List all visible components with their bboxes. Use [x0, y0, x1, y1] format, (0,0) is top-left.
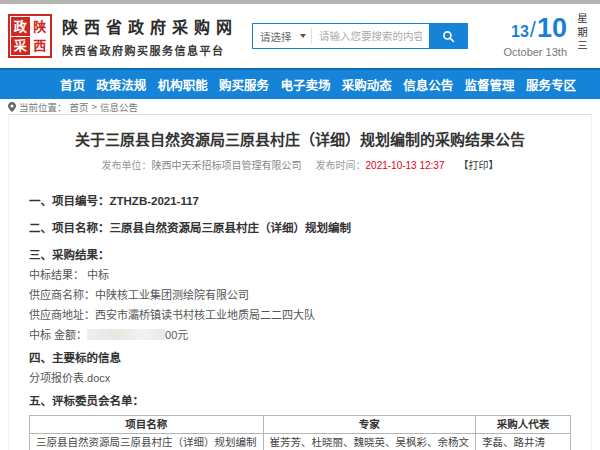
- site-titles: 陕西省政府采购网 陕西省政府购买服务信息平台: [62, 14, 238, 58]
- date-month: 10: [537, 13, 567, 43]
- nav-item-services[interactable]: 服务专区: [526, 75, 576, 94]
- supplier-name-line: 供应商名称：中陕核工业集团测绘院有限公司: [29, 288, 571, 302]
- cell-project-name: 三原县自然资源局三原县村庄（详细）规划编制: [30, 434, 264, 450]
- date-widget: 13/10 October 13th 星期三: [503, 13, 590, 59]
- date-day: 13: [511, 23, 529, 40]
- site-subtitle: 陕西省政府购买服务信息平台: [62, 42, 238, 58]
- site-header: 政 陕 采 西 陕西省政府采购网 陕西省政府购买服务信息平台 请选择 13/10…: [0, 4, 600, 68]
- committee-table: 项目名称 专家 采购人代表 三原县自然资源局三原县村庄（详细）规划编制 崔芳芳、…: [29, 415, 571, 450]
- chevron-down-icon: [300, 34, 306, 38]
- nav-item-functions[interactable]: 机构职能: [158, 75, 208, 94]
- logo-char: 西: [31, 37, 50, 56]
- section-project-number: 一、项目编号：ZTHZB-2021-117: [29, 194, 571, 208]
- table-header-row: 项目名称 专家 采购人代表: [30, 416, 571, 434]
- table-row: 三原县自然资源局三原县村庄（详细）规划编制 崔芳芳、杜晓丽、魏晓英、吴枫彩、余杨…: [30, 434, 571, 450]
- weekday-label: 星期三: [575, 13, 590, 59]
- breadcrumb-prefix: 当前位置：: [19, 100, 67, 114]
- nav-item-emall[interactable]: 电子卖场: [280, 75, 330, 94]
- publisher-value: 陕西中天禾招标项目管理有限公司: [152, 160, 302, 171]
- search-button[interactable]: [429, 24, 467, 48]
- bid-result-line: 中标结果： 中标: [29, 268, 571, 282]
- col-purchaser-reps: 采购人代表: [476, 416, 571, 434]
- breadcrumb-separator: >: [92, 101, 98, 112]
- breadcrumb-current: 信息公告: [100, 100, 138, 114]
- nav-item-announcements[interactable]: 信息公告: [403, 75, 453, 94]
- site-name: 陕西省政府采购网: [62, 14, 238, 38]
- section-subject-info: 四、主要标的信息: [29, 351, 571, 365]
- nav-item-purchase[interactable]: 购买服务: [219, 75, 269, 94]
- logo-char: 政: [11, 17, 30, 36]
- cell-purchaser-reps: 李磊、路井涛: [476, 434, 571, 450]
- main-navigation: 首页 政策法规 机构职能 购买服务 电子卖场 采购动态 信息公告 监督管理 服务…: [0, 68, 600, 99]
- bid-amount-label: 中标 金额：: [29, 329, 87, 341]
- date-separator: /: [530, 17, 536, 42]
- bid-amount-suffix: 00元: [165, 329, 188, 341]
- search-icon: [442, 30, 455, 43]
- breadcrumb-home-link[interactable]: 首页: [70, 100, 89, 114]
- attachment-link[interactable]: 分项报价表.docx: [29, 371, 571, 385]
- publisher-label: 发布单位：: [102, 160, 152, 171]
- publish-time-value: 2021-10-13 12:37: [366, 160, 445, 171]
- print-button[interactable]: 【打印】: [458, 160, 498, 171]
- date-numeric: 13/10: [503, 15, 567, 45]
- article-card: 关于三原县自然资源局三原县村庄（详细）规划编制的采购结果公告 发布单位：陕西中天…: [8, 114, 592, 450]
- publish-time-label: 发布时间：: [316, 160, 366, 171]
- site-logo: 政 陕 采 西: [8, 14, 52, 58]
- col-experts: 专家: [263, 416, 476, 434]
- bid-amount-line: 中标 金额：00元: [29, 328, 571, 342]
- nav-item-supervision[interactable]: 监督管理: [465, 75, 515, 94]
- nav-item-home[interactable]: 首页: [60, 75, 85, 94]
- col-project-name: 项目名称: [30, 416, 264, 434]
- breadcrumb: 当前位置： 首页 > 信息公告: [0, 99, 600, 114]
- nav-item-policies[interactable]: 政策法规: [96, 75, 146, 94]
- search-category-select[interactable]: 请选择: [253, 24, 311, 48]
- section-project-name: 二、项目名称：三原县自然资源局三原县村庄（详细）规划编制: [29, 221, 571, 235]
- date-block: 13/10 October 13th: [503, 15, 567, 58]
- search-bar: 请选择: [252, 23, 468, 49]
- article-title: 关于三原县自然资源局三原县村庄（详细）规划编制的采购结果公告: [29, 130, 571, 150]
- redacted-amount: [87, 329, 165, 340]
- article-meta: 发布单位：陕西中天禾招标项目管理有限公司发布时间：2021-10-13 12:3…: [29, 160, 571, 172]
- search-select-label: 请选择: [260, 29, 292, 44]
- search-input[interactable]: [312, 24, 429, 48]
- section-committee-heading: 五、评标委员会名单：: [29, 394, 571, 408]
- logo-char: 采: [11, 37, 30, 56]
- location-pin-icon: [8, 102, 16, 112]
- date-english: October 13th: [503, 46, 567, 58]
- supplier-address-line: 供应商地址：西安市灞桥镇读书村核工业地质局二二四大队: [29, 308, 571, 322]
- nav-item-trends[interactable]: 采购动态: [342, 75, 392, 94]
- cell-experts: 崔芳芳、杜晓丽、魏晓英、吴枫彩、余杨文: [263, 434, 476, 450]
- section-result-heading: 三、采购结果：: [29, 248, 571, 262]
- logo-char: 陕: [31, 17, 50, 36]
